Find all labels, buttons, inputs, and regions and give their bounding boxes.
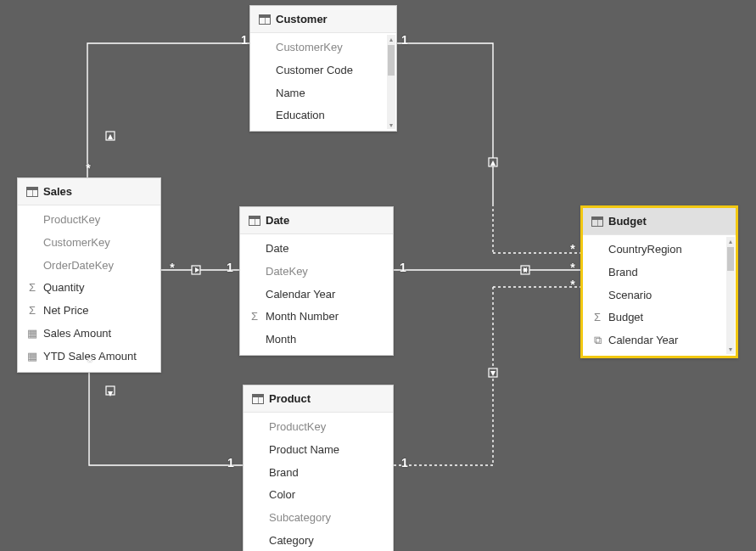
table-budget-title: Budget bbox=[608, 215, 647, 228]
scrollbar-thumb[interactable] bbox=[727, 247, 734, 271]
table-sales-title: Sales bbox=[43, 185, 72, 198]
svg-rect-7 bbox=[521, 266, 529, 274]
field-item[interactable]: ΣQuantity bbox=[18, 277, 160, 300]
svg-rect-12 bbox=[489, 368, 497, 377]
field-item[interactable]: Category bbox=[244, 530, 393, 551]
cardinality-product-budget-one: 1 bbox=[399, 456, 411, 469]
cardinality-product-sales-one: 1 bbox=[225, 456, 237, 469]
chevron-down-icon[interactable]: ▾ bbox=[387, 121, 395, 129]
cardinality-customer-sales-one: 1 bbox=[238, 33, 250, 47]
table-product-header[interactable]: Product bbox=[244, 385, 393, 413]
cardinality-date-sales-many: * bbox=[166, 261, 178, 274]
scrollbar[interactable]: ▴ ▾ bbox=[726, 237, 735, 354]
svg-rect-0 bbox=[106, 132, 115, 140]
cardinality-customer-budget-many: * bbox=[567, 242, 579, 256]
svg-marker-11 bbox=[108, 391, 113, 396]
svg-marker-4 bbox=[490, 160, 496, 166]
cardinality-date-sales-one: 1 bbox=[224, 261, 236, 274]
table-sales[interactable]: Sales ProductKey CustomerKey OrderDateKe… bbox=[17, 177, 161, 373]
cardinality-date-budget-one: 1 bbox=[397, 261, 409, 274]
table-product-title: Product bbox=[269, 392, 311, 405]
table-customer[interactable]: Customer CustomerKey Customer Code Name … bbox=[249, 5, 397, 132]
field-item[interactable]: Date bbox=[240, 238, 393, 261]
svg-marker-8 bbox=[523, 267, 527, 273]
table-icon bbox=[259, 14, 271, 25]
sigma-icon: Σ bbox=[26, 302, 38, 320]
table-sales-header[interactable]: Sales bbox=[18, 178, 160, 205]
field-item[interactable]: ΣMonth Number bbox=[240, 306, 393, 329]
field-item[interactable]: OrderDateKey bbox=[18, 255, 160, 278]
field-item[interactable]: Scenario bbox=[583, 284, 724, 307]
field-item[interactable]: Brand bbox=[244, 462, 393, 485]
field-item[interactable]: ⧉Calendar Year bbox=[583, 329, 724, 352]
sigma-icon: Σ bbox=[249, 308, 260, 326]
cardinality-product-sales-many: * bbox=[84, 355, 96, 368]
field-item[interactable]: Brand bbox=[583, 261, 724, 284]
table-budget-fields: CountryRegion Brand Scenario ΣBudget ⧉Ca… bbox=[583, 235, 736, 356]
field-item[interactable]: Month bbox=[240, 329, 393, 351]
svg-rect-3 bbox=[489, 158, 497, 166]
field-item[interactable]: Name bbox=[250, 82, 384, 105]
svg-marker-1 bbox=[108, 134, 113, 139]
table-date-title: Date bbox=[266, 214, 289, 227]
svg-marker-6 bbox=[195, 267, 199, 273]
field-item[interactable]: CountryRegion bbox=[583, 239, 724, 261]
field-item[interactable]: CustomerKey bbox=[250, 37, 384, 59]
sigma-icon: Σ bbox=[26, 279, 38, 297]
table-product[interactable]: Product ProductKey Product Name Brand Co… bbox=[243, 385, 394, 551]
chevron-down-icon[interactable]: ▾ bbox=[726, 346, 735, 354]
table-budget-header[interactable]: Budget bbox=[583, 208, 736, 235]
field-item[interactable]: Product Name bbox=[244, 439, 393, 462]
cardinality-customer-sales-many: * bbox=[82, 161, 94, 175]
sigma-icon: Σ bbox=[591, 309, 603, 327]
field-item[interactable]: DateKey bbox=[240, 261, 393, 284]
field-item[interactable]: Calendar Year bbox=[240, 284, 393, 306]
field-item[interactable]: CustomerKey bbox=[18, 232, 160, 255]
table-customer-title: Customer bbox=[276, 13, 328, 25]
cardinality-date-budget-many: * bbox=[567, 261, 579, 274]
cardinality-customer-budget-one: 1 bbox=[399, 33, 411, 47]
field-item[interactable]: ▦Sales Amount bbox=[18, 323, 160, 346]
scrollbar-thumb[interactable] bbox=[388, 45, 395, 76]
calcgroup-icon: ⧉ bbox=[591, 332, 603, 350]
table-product-fields: ProductKey Product Name Brand Color Subc… bbox=[244, 413, 393, 551]
field-item[interactable]: ProductKey bbox=[244, 416, 393, 439]
chevron-up-icon[interactable]: ▴ bbox=[387, 35, 395, 43]
field-item[interactable]: Customer Code bbox=[250, 59, 384, 82]
table-date-fields: Date DateKey Calendar Year ΣMonth Number… bbox=[240, 234, 393, 355]
table-customer-fields: CustomerKey Customer Code Name Education… bbox=[250, 33, 396, 131]
svg-rect-5 bbox=[192, 266, 200, 274]
chevron-up-icon[interactable]: ▴ bbox=[726, 237, 735, 245]
table-icon bbox=[249, 216, 260, 226]
field-item[interactable]: Subcategory bbox=[244, 507, 393, 530]
table-sales-fields: ProductKey CustomerKey OrderDateKey ΣQua… bbox=[18, 205, 160, 372]
table-date-header[interactable]: Date bbox=[240, 207, 393, 234]
measure-icon: ▦ bbox=[26, 325, 38, 343]
table-budget[interactable]: Budget CountryRegion Brand Scenario ΣBud… bbox=[580, 205, 738, 358]
measure-icon: ▦ bbox=[26, 348, 38, 366]
table-icon bbox=[26, 187, 38, 197]
svg-marker-13 bbox=[490, 371, 496, 376]
field-item[interactable]: ProductKey bbox=[18, 209, 160, 232]
cardinality-product-budget-many: * bbox=[567, 278, 579, 291]
field-item[interactable]: ΣNet Price bbox=[18, 300, 160, 323]
svg-rect-10 bbox=[106, 386, 115, 395]
table-date[interactable]: Date Date DateKey Calendar Year ΣMonth N… bbox=[239, 206, 394, 356]
field-item[interactable]: Education bbox=[250, 104, 384, 127]
field-item[interactable]: Color bbox=[244, 484, 393, 507]
table-icon bbox=[252, 394, 264, 404]
scrollbar[interactable]: ▴ ▾ bbox=[387, 35, 395, 129]
field-item[interactable]: ΣBudget bbox=[583, 306, 724, 329]
table-customer-header[interactable]: Customer bbox=[250, 6, 396, 33]
table-icon bbox=[591, 216, 603, 227]
svg-marker-9 bbox=[524, 267, 528, 273]
